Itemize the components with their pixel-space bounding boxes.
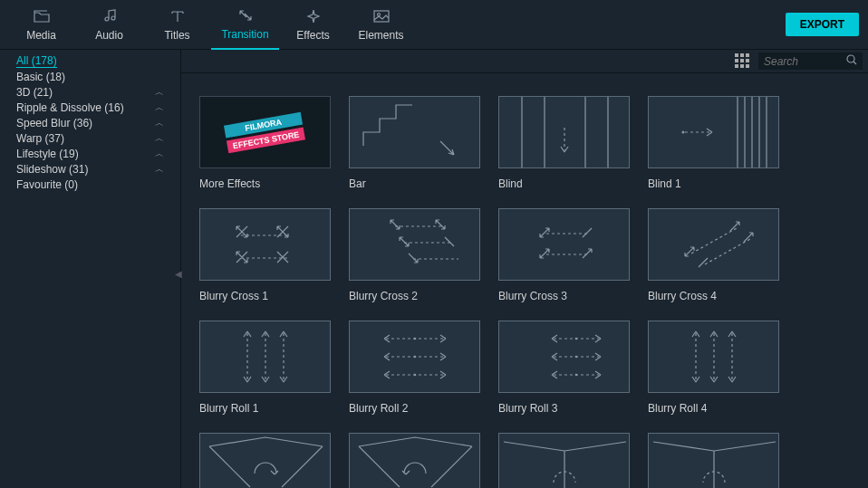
- category-favourite[interactable]: Favourite (0): [0, 177, 180, 192]
- chevron-up-icon: ︿: [155, 163, 164, 176]
- category-label: Basic (18): [16, 71, 65, 83]
- item-label: Blurry Cross 1: [199, 290, 331, 302]
- transition-item-partial-3[interactable]: [498, 433, 630, 488]
- svg-point-1: [377, 14, 380, 16]
- item-label: More Effects: [199, 177, 331, 190]
- thumbnail: [648, 433, 779, 488]
- category-ripple-dissolve[interactable]: Ripple & Dissolve (16) ︿: [0, 100, 180, 115]
- item-label: Blurry Roll 2: [349, 402, 480, 415]
- item-label: Blurry Roll 3: [498, 402, 630, 415]
- chevron-up-icon: ︿: [155, 86, 164, 99]
- category-label: Slideshow (31): [16, 163, 88, 176]
- transition-item-bar[interactable]: Bar: [349, 96, 480, 190]
- item-label: Blind 1: [648, 177, 779, 190]
- transition-item-blurry-roll-3[interactable]: Blurry Roll 3: [498, 321, 630, 415]
- item-label: Blurry Roll 4: [648, 402, 779, 415]
- item-label: Blurry Cross 2: [349, 290, 480, 302]
- transition-item-partial-4[interactable]: [648, 433, 779, 488]
- svg-point-17: [575, 356, 578, 359]
- thumbnail: [498, 433, 630, 488]
- tab-audio[interactable]: Audio: [75, 0, 143, 50]
- transition-gallery: FILMORA EFFECTS STORE More Effects Bar: [181, 73, 868, 488]
- category-label: All (178): [16, 54, 57, 68]
- thumbnail: [199, 321, 331, 393]
- category-speed-blur[interactable]: Speed Blur (36) ︿: [0, 115, 180, 130]
- grid-view-icon[interactable]: [735, 53, 751, 70]
- svg-point-12: [682, 131, 685, 134]
- transition-item-more-effects[interactable]: FILMORA EFFECTS STORE More Effects: [199, 96, 331, 190]
- transition-item-partial-1[interactable]: [199, 433, 331, 488]
- tab-label: Elements: [358, 29, 403, 42]
- transition-item-blurry-cross-4[interactable]: Blurry Cross 4: [648, 208, 779, 302]
- chevron-up-icon: ︿: [155, 148, 164, 160]
- chevron-up-icon: ︿: [155, 132, 164, 145]
- transition-item-blind[interactable]: Blind: [498, 96, 630, 190]
- thumbnail: [498, 321, 630, 393]
- thumbnail: [498, 96, 630, 168]
- svg-point-15: [414, 374, 417, 377]
- tab-label: Media: [26, 29, 56, 42]
- transition-item-blurry-cross-1[interactable]: Blurry Cross 1: [199, 208, 331, 302]
- thumbnail: [648, 321, 779, 393]
- export-button[interactable]: EXPORT: [786, 13, 859, 36]
- sidebar-collapse-handle[interactable]: ◀: [175, 263, 184, 284]
- effects-store-banner: FILMORA EFFECTS STORE: [224, 111, 305, 153]
- svg-point-18: [575, 374, 578, 377]
- item-label: Blurry Roll 1: [199, 402, 331, 415]
- top-tab-bar: Media Audio Titles Transition Effects El…: [0, 0, 868, 50]
- tab-label: Audio: [95, 29, 123, 42]
- chevron-up-icon: ︿: [155, 101, 164, 114]
- category-slideshow[interactable]: Slideshow (31) ︿: [0, 161, 180, 177]
- image-icon: [373, 7, 390, 25]
- category-label: Favourite (0): [16, 178, 78, 191]
- category-basic[interactable]: Basic (18): [0, 69, 180, 84]
- category-label: Speed Blur (36): [16, 117, 92, 129]
- category-warp[interactable]: Warp (37) ︿: [0, 130, 180, 146]
- tab-effects[interactable]: Effects: [279, 0, 347, 50]
- thumbnail: [199, 208, 331, 281]
- item-label: Blurry Cross 4: [648, 290, 779, 302]
- thumbnail: [498, 208, 630, 281]
- thumbnail: FILMORA EFFECTS STORE: [199, 96, 331, 168]
- category-lifestyle[interactable]: Lifestyle (19) ︿: [0, 146, 180, 161]
- content-toolbar: [181, 50, 868, 73]
- category-label: Lifestyle (19): [16, 148, 79, 160]
- transition-item-blurry-cross-3[interactable]: Blurry Cross 3: [498, 208, 630, 302]
- transition-item-blurry-roll-2[interactable]: Blurry Roll 2: [349, 321, 480, 415]
- svg-point-14: [414, 356, 417, 359]
- thumbnail: [199, 433, 331, 488]
- tab-media[interactable]: Media: [7, 0, 75, 50]
- tab-titles[interactable]: Titles: [143, 0, 211, 50]
- thumbnail: [349, 208, 480, 281]
- content-panel: FILMORA EFFECTS STORE More Effects Bar: [181, 50, 868, 488]
- folder-icon: [34, 7, 50, 25]
- chevron-up-icon: ︿: [155, 117, 164, 129]
- search-box[interactable]: [758, 53, 863, 70]
- tab-label: Transition: [221, 28, 268, 41]
- category-3d[interactable]: 3D (21) ︿: [0, 84, 180, 100]
- tab-elements[interactable]: Elements: [347, 0, 415, 50]
- transition-item-blind-1[interactable]: Blind 1: [648, 96, 779, 190]
- category-label: Warp (37): [16, 132, 64, 145]
- category-sidebar: All (178) Basic (18) 3D (21) ︿ Ripple & …: [0, 50, 181, 488]
- sparkle-icon: [306, 7, 321, 25]
- transition-item-blurry-roll-4[interactable]: Blurry Roll 4: [648, 321, 779, 415]
- svg-point-16: [575, 338, 578, 340]
- category-all[interactable]: All (178): [0, 53, 180, 69]
- transition-item-blurry-roll-1[interactable]: Blurry Roll 1: [199, 321, 331, 415]
- thumbnail: [349, 96, 480, 168]
- category-label: 3D (21): [16, 86, 53, 99]
- svg-point-2: [847, 55, 854, 62]
- transition-item-blurry-cross-2[interactable]: Blurry Cross 2: [349, 208, 480, 302]
- thumbnail: [648, 208, 779, 281]
- transition-item-partial-2[interactable]: [349, 433, 480, 488]
- search-icon[interactable]: [846, 54, 857, 68]
- tab-transition[interactable]: Transition: [211, 0, 279, 50]
- transition-icon: [237, 6, 254, 24]
- item-label: Blurry Cross 3: [498, 290, 630, 302]
- text-icon: [170, 7, 185, 25]
- search-input[interactable]: [764, 55, 845, 68]
- music-icon: [102, 7, 117, 25]
- svg-point-13: [414, 338, 417, 340]
- thumbnail: [349, 433, 480, 488]
